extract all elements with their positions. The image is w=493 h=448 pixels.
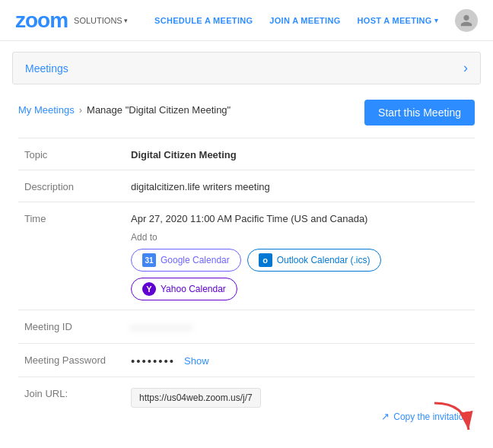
password-dots: •••••••• [131,354,175,367]
meeting-password-cell: •••••••• Show [125,344,475,377]
google-cal-label: Google Calendar [161,255,230,265]
join-url-row: Join URL: https://us04web.zoom.us/j/7 [18,377,475,432]
content-area: My Meetings › Manage "Digital Citizen Me… [0,89,493,446]
meeting-id-row: Meeting ID ••••••••• [18,310,475,344]
nav-right: SCHEDULE A MEETING JOIN A MEETING HOST A… [154,9,478,32]
solutions-menu[interactable]: SOLUTIONS ▾ [74,16,128,25]
breadcrumb-current: Manage "Digital Citizen Meeting" [87,104,231,116]
topic-row: Topic Digital Citizen Meeting [18,138,475,170]
yahoo-calendar-button[interactable]: Y Yahoo Calendar [131,278,237,300]
add-to-label: Add to [131,232,469,243]
solutions-chevron-icon: ▾ [124,17,128,24]
google-cal-icon: 31 [142,253,156,267]
user-icon [460,14,473,27]
show-password-link[interactable]: Show [184,355,209,367]
join-url-value[interactable]: https://us04web.zoom.us/j/7 [131,388,261,408]
yahoo-cal-label: Yahoo Calendar [161,284,226,294]
start-meeting-button[interactable]: Start this Meeting [364,100,475,126]
time-row: Time Apr 27, 2020 11:00 AM Pacific Time … [18,202,475,310]
logo-text: zoom [15,8,68,33]
meeting-password-row: Meeting Password •••••••• Show [18,344,475,377]
meetings-breadcrumb-bar[interactable]: Meetings › [12,52,481,84]
outlook-calendar-button[interactable]: o Outlook Calendar (.ics) [247,249,382,272]
topic-label: Topic [18,138,125,170]
google-calendar-button[interactable]: 31 Google Calendar [131,249,241,272]
host-meeting-label: HOST A MEETING [358,16,432,25]
calendar-buttons: 31 Google Calendar o Outlook Calendar (.… [131,249,469,272]
join-meeting-link[interactable]: JOIN A MEETING [269,16,340,25]
solutions-label: SOLUTIONS [74,16,122,25]
meeting-id-blurred: ••••••••• [131,321,194,334]
join-url-label: Join URL: [18,377,125,432]
avatar[interactable] [455,9,478,32]
outlook-cal-icon: o [259,253,272,267]
meeting-details-table: Topic Digital Citizen Meeting Descriptio… [18,138,475,431]
host-meeting-menu[interactable]: HOST A MEETING ▾ [358,16,438,25]
breadcrumb-separator: › [79,104,82,116]
time-label: Time [18,202,125,310]
meetings-bar-arrow-icon: › [463,60,468,76]
schedule-meeting-link[interactable]: SCHEDULE A MEETING [154,16,253,25]
my-meetings-link[interactable]: My Meetings [18,104,75,116]
topic-value: Digital Citizen Meeting [125,138,475,170]
time-value: Apr 27, 2020 11:00 AM Pacific Time (US a… [131,213,469,224]
description-value: digitalcitizen.life writers meeting [125,170,475,202]
breadcrumb: My Meetings › Manage "Digital Citizen Me… [18,100,231,116]
description-row: Description digitalcitizen.life writers … [18,170,475,202]
page-header: My Meetings › Manage "Digital Citizen Me… [18,100,475,126]
logo[interactable]: zoom [15,8,68,33]
top-nav: zoom SOLUTIONS ▾ SCHEDULE A MEETING JOIN… [0,0,493,41]
meeting-id-label: Meeting ID [18,310,125,344]
yahoo-cal-icon: Y [142,282,156,296]
meetings-bar-label: Meetings [25,62,68,75]
time-cell: Apr 27, 2020 11:00 AM Pacific Time (US a… [125,202,475,310]
copy-icon: ↗ [381,411,390,422]
host-chevron-icon: ▾ [434,17,438,24]
outlook-cal-label: Outlook Calendar (.ics) [277,255,371,265]
meeting-password-label: Meeting Password [18,344,125,377]
red-arrow-icon [431,399,476,437]
join-url-cell: https://us04web.zoom.us/j/7 [125,377,475,432]
meeting-id-value: ••••••••• [125,310,475,344]
description-label: Description [18,170,125,202]
